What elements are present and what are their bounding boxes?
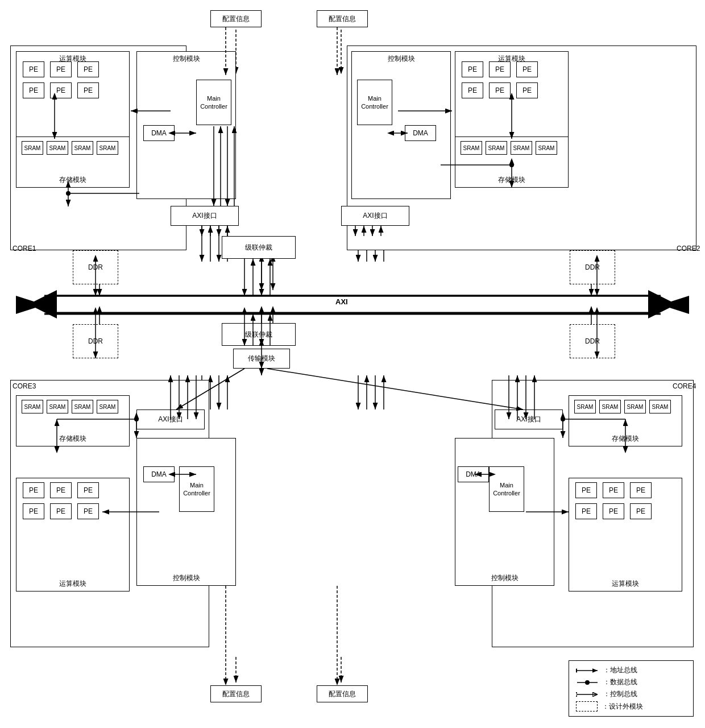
cascade-arbiter-top: 级联仲裁 <box>222 236 296 259</box>
core4-pe-3: PE <box>630 482 652 498</box>
core1-pe-1: PE <box>23 61 44 77</box>
core1-pe-4: PE <box>23 82 44 98</box>
core2-sram-2: SRAM <box>486 141 507 155</box>
core3-pe-4: PE <box>23 503 44 519</box>
config-info-top-left: 配置信息 <box>210 10 262 27</box>
core4-sram-2: SRAM <box>599 400 621 413</box>
core3-pe-2: PE <box>50 482 72 498</box>
core4-pe-2: PE <box>603 482 624 498</box>
core3-sram-2: SRAM <box>47 400 68 413</box>
core2-sram-4: SRAM <box>536 141 557 155</box>
core2-sram-3: SRAM <box>511 141 532 155</box>
core4-main-controller: Main Controller <box>489 466 524 512</box>
legend-address-bus: ：地址总线 <box>576 665 686 675</box>
core3-main-controller: Main Controller <box>179 466 214 512</box>
core4-sram-4: SRAM <box>649 400 671 413</box>
core4-control-module: 控制模块 <box>455 438 554 586</box>
legend-control-bus: ：控制总线 <box>576 689 686 699</box>
core1-sram-3: SRAM <box>72 141 93 155</box>
core4-pe-4: PE <box>575 503 597 519</box>
core3-control-module: 控制模块 <box>136 438 236 586</box>
core2-dma: DMA <box>405 125 436 141</box>
core3-pe-1: PE <box>23 482 44 498</box>
core3-sram-1: SRAM <box>22 400 43 413</box>
transfer-module: 传输模块 <box>233 349 290 369</box>
core2-pe-6: PE <box>516 82 538 98</box>
ddr-top-right: DDR <box>570 250 615 284</box>
core1-pe-5: PE <box>50 82 72 98</box>
core4-sram-3: SRAM <box>624 400 646 413</box>
config-info-top-right: 配置信息 <box>317 10 368 27</box>
ddr-bottom-right: DDR <box>570 324 615 358</box>
legend-data-bus: ：数据总线 <box>576 677 686 687</box>
core3-sram-4: SRAM <box>97 400 118 413</box>
core1-axi-interface: AXI接口 <box>171 206 239 226</box>
core2-main-controller: Main Controller <box>357 80 392 125</box>
core1-pe-3: PE <box>77 61 99 77</box>
core2-sram-1: SRAM <box>461 141 482 155</box>
core1-pe-2: PE <box>50 61 72 77</box>
svg-marker-86 <box>661 296 689 314</box>
core1-sram-1: SRAM <box>22 141 43 155</box>
core1-label: CORE1 <box>13 245 36 253</box>
core1-main-controller: Main Controller <box>196 80 231 125</box>
core3-pe-3: PE <box>77 482 99 498</box>
core2-label: CORE2 <box>677 245 700 253</box>
core3-axi-interface: AXI接口 <box>136 410 205 429</box>
svg-marker-22 <box>648 290 677 318</box>
svg-line-119 <box>267 369 523 410</box>
core3-sram-3: SRAM <box>72 400 93 413</box>
core4-dma: DMA <box>458 466 489 482</box>
core2-pe-1: PE <box>462 61 483 77</box>
diagram-container: 配置信息 配置信息 CORE1 运算模块 PE PE PE PE PE PE 存… <box>0 0 705 728</box>
core4-axi-interface: AXI接口 <box>495 410 563 429</box>
core4-pe-5: PE <box>603 503 624 519</box>
core3-pe-5: PE <box>50 503 72 519</box>
ddr-bottom-left: DDR <box>73 324 118 358</box>
cascade-arbiter-bottom: 级联仲裁 <box>222 323 296 346</box>
core1-sram-2: SRAM <box>47 141 68 155</box>
config-info-bottom-left: 配置信息 <box>210 685 262 702</box>
core1-pe-6: PE <box>77 82 99 98</box>
config-info-bottom-right: 配置信息 <box>317 685 368 702</box>
core2-axi-interface: AXI接口 <box>341 206 409 226</box>
ddr-top-left: DDR <box>73 250 118 284</box>
axi-bus-label: AXI <box>335 297 348 306</box>
svg-marker-85 <box>16 296 44 314</box>
core2-pe-4: PE <box>462 82 483 98</box>
core1-dma: DMA <box>143 125 175 141</box>
core4-pe-6: PE <box>630 503 652 519</box>
core2-pe-2: PE <box>489 61 511 77</box>
core4-sram-1: SRAM <box>574 400 596 413</box>
core1-sram-4: SRAM <box>97 141 118 155</box>
core3-label: CORE3 <box>13 382 36 390</box>
core4-pe-1: PE <box>575 482 597 498</box>
core2-pe-3: PE <box>516 61 538 77</box>
core3-dma: DMA <box>143 466 175 482</box>
legend-external-module: ：设计外模块 <box>576 701 686 712</box>
core3-pe-6: PE <box>77 503 99 519</box>
legend: ：地址总线 ：数据总线 <box>569 660 694 717</box>
core2-pe-5: PE <box>489 82 511 98</box>
svg-marker-21 <box>28 290 57 318</box>
core4-label: CORE4 <box>673 382 696 390</box>
